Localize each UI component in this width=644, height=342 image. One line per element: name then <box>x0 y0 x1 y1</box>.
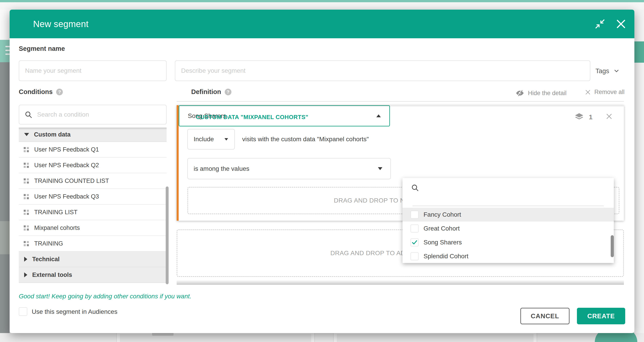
value-option-fancy-cohort[interactable]: Fancy Cohort <box>402 208 614 222</box>
drag-handle-icon[interactable] <box>24 210 29 215</box>
value-option-label: Song Sharers <box>424 239 462 246</box>
tags-dropdown[interactable]: Tags <box>596 66 620 76</box>
conditions-list: Custom dataUser NPS Feedback Q1User NPS … <box>19 128 166 283</box>
backdrop-left <box>0 10 10 40</box>
group-label: Custom data <box>34 131 71 138</box>
drag-handle-icon[interactable] <box>24 225 29 230</box>
condition-item-training-counted-list[interactable]: TRAINING COUNTED LIST <box>19 173 166 189</box>
backdrop-panel-inner <box>120 334 311 342</box>
modal-header: New segment <box>10 10 634 38</box>
condition-item-label: Mixpanel cohorts <box>34 224 80 231</box>
tags-label: Tags <box>596 67 609 75</box>
value-option-great-cohort[interactable]: Great Cohort <box>402 222 614 235</box>
group-label: External tools <box>32 271 72 278</box>
backdrop-panel-tab <box>152 333 174 336</box>
audiences-checkbox-label: Use this segment in Audiences <box>32 308 118 315</box>
drag-handle-icon[interactable] <box>24 163 29 168</box>
condition-sentence: visits with the custom data "Mixpanel co… <box>242 135 369 144</box>
search-icon <box>24 110 33 119</box>
condition-item-label: User NPS Feedback Q3 <box>34 193 99 200</box>
dropdown-scrollbar[interactable] <box>611 235 614 257</box>
triangle-down-icon <box>24 133 29 136</box>
drag-handle-icon[interactable] <box>24 241 29 246</box>
condition-item-training-list[interactable]: TRAINING LIST <box>19 205 166 220</box>
segment-name-input[interactable] <box>19 61 166 81</box>
backdrop-sidebar <box>0 62 10 342</box>
condition-layers: 1 <box>574 112 592 122</box>
condition-item-label: User NPS Feedback Q2 <box>34 162 99 169</box>
condition-item-user-nps-feedback-q2[interactable]: User NPS Feedback Q2 <box>19 158 166 173</box>
layers-icon <box>574 112 584 122</box>
value-option-splendid-cohort[interactable]: Splendid Cohort <box>402 249 614 263</box>
audiences-checkbox[interactable] <box>19 307 27 316</box>
condition-card-title: CUSTOM DATA "MIXPANEL COHORTS" <box>196 114 308 121</box>
condition-item-label: TRAINING <box>34 240 63 247</box>
help-icon[interactable]: ? <box>225 89 232 95</box>
cancel-button[interactable]: CANCEL <box>520 308 570 324</box>
remove-all-button[interactable]: Remove all <box>584 89 624 96</box>
hint-text: Good start! Keep going by adding other c… <box>19 293 192 300</box>
condition-group-custom-data[interactable]: Custom data <box>19 128 166 142</box>
condition-item-training[interactable]: TRAINING <box>19 236 166 252</box>
condition-group-external-tools[interactable]: External tools <box>19 267 166 283</box>
close-icon[interactable] <box>614 17 628 31</box>
checkbox-unchecked[interactable] <box>410 211 418 219</box>
condition-item-user-nps-feedback-q1[interactable]: User NPS Feedback Q1 <box>19 142 166 158</box>
new-segment-modal: New segment Segment name Tags Co <box>10 10 634 333</box>
x-icon <box>584 89 591 96</box>
include-select[interactable]: Include <box>188 129 235 150</box>
search-icon <box>410 183 420 192</box>
segment-name-label: Segment name <box>19 45 65 52</box>
condition-item-label: TRAINING COUNTED LIST <box>34 177 109 184</box>
checkbox-unchecked[interactable] <box>410 252 418 260</box>
condition-item-user-nps-feedback-q3[interactable]: User NPS Feedback Q3 <box>19 189 166 205</box>
condition-close-icon[interactable] <box>604 112 614 121</box>
checkbox-unchecked[interactable] <box>410 224 418 233</box>
condition-item-mixpanel-cohorts[interactable]: Mixpanel cohorts <box>19 220 166 236</box>
dropdown-divider <box>412 206 604 206</box>
value-search[interactable] <box>402 178 614 206</box>
triangle-right-icon <box>24 257 27 262</box>
definition-divider <box>177 101 624 102</box>
caret-up-icon <box>376 114 381 117</box>
condition-item-label: User NPS Feedback Q1 <box>34 146 99 153</box>
collapse-icon[interactable] <box>593 17 607 31</box>
operator-select[interactable]: is among the values <box>188 158 391 179</box>
checkbox-checked[interactable] <box>410 238 418 246</box>
backdrop-sidebar-item <box>0 221 10 254</box>
conditions-scrollbar[interactable] <box>166 186 168 284</box>
backdrop-bottom <box>0 333 644 342</box>
condition-search-input[interactable] <box>37 111 161 118</box>
value-option-song-sharers[interactable]: Song Sharers <box>402 235 614 249</box>
condition-search <box>19 105 166 124</box>
definition-horizontal-scrollbar[interactable] <box>177 280 624 285</box>
segment-description-input[interactable] <box>175 61 590 81</box>
layers-count: 1 <box>589 113 592 121</box>
drag-handle-icon[interactable] <box>24 194 29 199</box>
chevron-down-icon <box>613 68 620 74</box>
value-dropdown-panel: Fancy CohortGreat CohortSong SharersSple… <box>402 178 614 263</box>
create-button[interactable]: CREATE <box>577 308 625 324</box>
backdrop-sidebar-header <box>0 40 10 62</box>
app-top-strip <box>0 0 644 2</box>
page: New segment Segment name Tags Co <box>0 0 644 342</box>
definition-section-title: Definition ? <box>191 88 232 96</box>
value-option-label: Splendid Cohort <box>424 253 468 260</box>
value-options-list: Fancy CohortGreat CohortSong SharersSple… <box>402 208 614 263</box>
hide-detail-button[interactable]: Hide the detail <box>516 89 567 98</box>
conditions-section-title: Conditions ? <box>19 88 63 96</box>
eye-slash-icon <box>516 89 524 98</box>
backdrop-header-edge <box>634 42 644 63</box>
backdrop-panel-inner <box>337 334 534 342</box>
app-header-band <box>0 2 644 10</box>
drag-handle-icon[interactable] <box>24 178 29 184</box>
caret-down-icon <box>224 138 228 140</box>
help-icon[interactable]: ? <box>56 89 63 95</box>
value-option-label: Great Cohort <box>424 225 460 232</box>
triangle-right-icon <box>24 272 27 277</box>
condition-group-technical[interactable]: Technical <box>19 252 166 267</box>
drag-handle-icon[interactable] <box>24 147 29 152</box>
caret-down-icon <box>378 167 382 170</box>
group-label: Technical <box>32 256 60 263</box>
value-option-label: Fancy Cohort <box>424 211 461 218</box>
